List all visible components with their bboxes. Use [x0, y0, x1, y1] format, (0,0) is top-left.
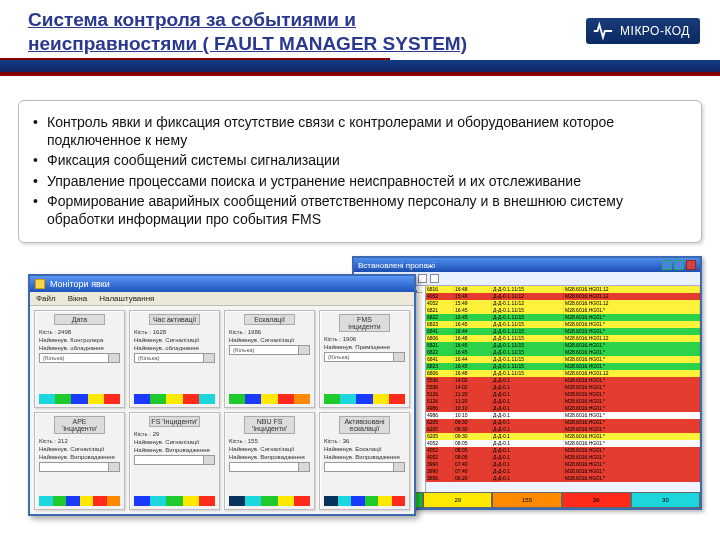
bullet-item: Управление процессами поиска и устранени… [33, 172, 687, 190]
log-row[interactable]: 682216:45Д-Д-0.1.11/15M28.6016.HG01.* [426, 349, 700, 356]
panel-count: Кість : 36 [324, 438, 405, 444]
monitors-body: ДатаКість : 2498Найменув. КонтролераНайм… [30, 306, 414, 514]
log-row[interactable]: 405208:05Д-Д-0.1M28.6016.HG01.* [426, 454, 700, 461]
window-controls [662, 260, 696, 270]
panel-count: Кість : 29 [134, 431, 215, 437]
panel-bars [324, 394, 405, 404]
log-row[interactable]: 498610:10Д-Д-0.1M28.6016.HG01.* [426, 405, 700, 412]
slide-header: Система контроля за событиями и неисправ… [0, 0, 720, 84]
panel-label: Найменув. Контролера [39, 337, 120, 343]
menu-item[interactable]: Файл [36, 294, 56, 303]
slide-title: Система контроля за событиями и неисправ… [28, 8, 467, 56]
panel-bars [134, 496, 215, 506]
panel-label: Найменув. Випровадження [39, 454, 120, 460]
log-row[interactable]: 620509:30Д-Д-0.1M28.6016.HG01.* [426, 433, 700, 440]
log-row[interactable]: 553614:02Д-Д-0.1M28.6016.HG01.* [426, 384, 700, 391]
bullet-item: Контроль явки и фиксация отсутствие связ… [33, 113, 687, 149]
log-row[interactable]: 620509:30Д-Д-0.1M28.6016.HG01.* [426, 426, 700, 433]
log-row[interactable]: 680616:48Д-Д-0.1.11/15M28.6016.HG01.12 [426, 370, 700, 377]
maximize-button[interactable] [674, 260, 684, 270]
monitors-menubar: Файл Вікна Налаштування [30, 292, 414, 306]
panel-label: Найменув. Сигналізації [39, 446, 120, 452]
log-window-title: Встановлені пропажі [358, 261, 435, 270]
log-row[interactable]: 680616:48Д-Д-0.1.11/15M28.6016.HG01.12 [426, 335, 700, 342]
monitor-panel: Час активаціїКість : 1628Найменув. Сигна… [129, 310, 220, 408]
panel-dropdown[interactable] [324, 462, 405, 472]
log-grid: 681616:48Д-Д-0.1.11/15M28.6016.HG01.1240… [426, 286, 700, 492]
log-row[interactable]: 512611:20Д-Д-0.1M28.6016.HG01.* [426, 391, 700, 398]
feature-bullets-box: Контроль явки и фиксация отсутствие связ… [18, 100, 702, 243]
panel-title: FMS інциденти [339, 314, 389, 332]
monitor-panel: ДатаКість : 2498Найменув. КонтролераНайм… [34, 310, 125, 408]
log-row[interactable]: 512611:20Д-Д-0.1M28.6016.HG01.* [426, 398, 700, 405]
panel-label: Найменув. Ескалації [324, 446, 405, 452]
panel-dropdown[interactable]: (Кілька) [134, 353, 215, 363]
panel-dropdown[interactable] [229, 462, 310, 472]
toolbar-icon[interactable] [430, 274, 439, 283]
panel-label: Найменув. обладнання [134, 345, 215, 351]
panel-title: Ескалації [244, 314, 294, 325]
status-cell: 29 [423, 492, 492, 508]
status-cell: 30 [631, 492, 700, 508]
panel-title: FS 'Інциденти' [149, 416, 199, 427]
log-row[interactable]: 498610:10Д-Д-0.1M28.6016.HG01.* [426, 412, 700, 419]
monitor-panel: NBU FS 'Інциденти'Кість : 155Найменув. С… [224, 412, 315, 510]
panel-label: Найменув. Випровадження [134, 447, 215, 453]
log-row[interactable]: 385606:20Д-Д-0.1M28.6016.HG01.* [426, 475, 700, 482]
close-button[interactable] [686, 260, 696, 270]
log-row[interactable]: 684116:44Д-Д-0.1.11/15M28.6016.HG01.* [426, 356, 700, 363]
log-row[interactable]: 682316:45Д-Д-0.1.11/15M28.6016.HG01.* [426, 321, 700, 328]
panel-count: Кість : 212 [39, 438, 120, 444]
menu-item[interactable]: Налаштування [99, 294, 154, 303]
panel-dropdown[interactable]: (Кілька) [39, 353, 120, 363]
toolbar-icon[interactable] [418, 274, 427, 283]
log-row[interactable]: 399007:40Д-Д-0.1M28.6016.HG01.* [426, 461, 700, 468]
panel-dropdown[interactable]: (Кілька) [324, 352, 405, 362]
log-row[interactable]: 682116:45Д-Д-0.1.11/15M28.6016.HG01.* [426, 342, 700, 349]
panel-title: Час активації [149, 314, 199, 325]
panel-title: Активізовані ескалації [339, 416, 389, 434]
pulse-icon [592, 20, 614, 42]
log-row[interactable]: 405208:05Д-Д-0.1M28.6016.HG01.* [426, 440, 700, 447]
menu-item[interactable]: Вікна [68, 294, 87, 303]
title-line-2: неисправностями ( FAULT MANAGER SYSTEM) [28, 33, 467, 54]
panel-bars [229, 394, 310, 404]
log-row[interactable]: 684116:44Д-Д-0.1.11/15M28.6016.HG01.* [426, 328, 700, 335]
panel-label: Найменув. Випровадження [229, 454, 310, 460]
bullet-list: Контроль явки и фиксация отсутствие связ… [33, 113, 687, 228]
log-row[interactable]: 682116:45Д-Д-0.1.11/15M28.6016.HG01.* [426, 307, 700, 314]
log-row[interactable]: 405215:49Д-Д-0.1.11/12M28.6016.HG01.12 [426, 293, 700, 300]
panel-bars [324, 496, 405, 506]
brand-logo: МІКРО-КОД [586, 18, 700, 44]
panel-bars [39, 394, 120, 404]
log-row[interactable]: 681616:48Д-Д-0.1.11/15M28.6016.HG01.12 [426, 286, 700, 293]
app-icon [35, 279, 45, 289]
panel-count: Кість : 155 [229, 438, 310, 444]
log-row[interactable]: 553614:02Д-Д-0.1M28.6016.HG01.* [426, 377, 700, 384]
monitor-panel: FMS інцидентиКість : 1906Найменув. Примі… [319, 310, 410, 408]
panel-dropdown[interactable]: (Кілька) [229, 345, 310, 355]
monitors-window-titlebar[interactable]: Монітори явки [30, 276, 414, 292]
status-cell: 155 [492, 492, 561, 508]
log-row[interactable]: 399007:40Д-Д-0.1M28.6016.HG01.* [426, 468, 700, 475]
screenshot-composite: Встановлені пропажі Назва | Найменування… [28, 256, 702, 530]
panel-label: Найменув. Сигналізації [134, 337, 215, 343]
title-line-1: Система контроля за событиями и [28, 9, 356, 30]
log-row[interactable]: 682316:45Д-Д-0.1.11/15M28.6016.HG01.* [426, 363, 700, 370]
panel-title: APE 'Інциденти' [54, 416, 104, 434]
status-cell: 36 [562, 492, 631, 508]
monitor-panel: APE 'Інциденти'Кість : 212Найменув. Сигн… [34, 412, 125, 510]
panel-dropdown[interactable] [39, 462, 120, 472]
panel-dropdown[interactable] [134, 455, 215, 465]
log-row[interactable]: 405215:49Д-Д-0.1.11/12M28.6016.HG01.12 [426, 300, 700, 307]
minimize-button[interactable] [662, 260, 672, 270]
log-row[interactable]: 620509:30Д-Д-0.1M28.6016.HG01.* [426, 419, 700, 426]
log-row[interactable]: 682216:45Д-Д-0.1.11/15M28.6016.HG01.* [426, 314, 700, 321]
bullet-item: Фиксация сообщений системы сигнализации [33, 151, 687, 169]
log-window-titlebar[interactable]: Встановлені пропажі [354, 258, 700, 272]
brand-text: МІКРО-КОД [620, 24, 690, 38]
panel-label: Найменув. Сигналізації [229, 337, 310, 343]
monitor-panel: FS 'Інциденти'Кість : 29Найменув. Сигнал… [129, 412, 220, 510]
log-row[interactable]: 405208:05Д-Д-0.1M28.6016.HG01.* [426, 447, 700, 454]
panel-label: Найменув. Приміщення [324, 344, 405, 350]
